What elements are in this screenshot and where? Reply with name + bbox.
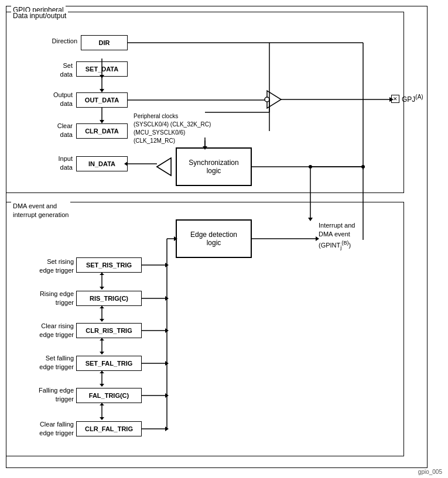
- rising-edge-label: Rising edgetrigger: [12, 290, 74, 308]
- out-data-register: OUT_DATA: [76, 92, 128, 108]
- clr-fal-trig-register: CLR_FAL_TRIG: [76, 421, 142, 436]
- set-falling-label: Set fallingedge trigger: [12, 354, 74, 372]
- set-data-label: Setdata: [35, 61, 73, 80]
- clear-rising-label: Clear risingedge trigger: [12, 322, 74, 340]
- peripheral-clocks-label: Peripheral clocks(SYSCLK0/4) (CLK_32K_RC…: [134, 112, 221, 145]
- set-ris-trig-register: SET_RIS_TRIG: [76, 257, 142, 273]
- input-data-label: Inputdata: [35, 154, 73, 173]
- sync-logic-block: Synchronization logic: [176, 147, 252, 186]
- gpj-label: ✕ GPJ(A): [391, 94, 423, 104]
- clr-data-register: CLR_DATA: [76, 123, 128, 139]
- set-fal-trig-register: SET_FAL_TRIG: [76, 356, 142, 371]
- ris-trig-register: RIS_TRIG(C): [76, 291, 142, 306]
- dir-register: DIR: [81, 35, 128, 50]
- clear-falling-label: Clear fallingedge trigger: [12, 420, 74, 438]
- direction-label: Direction: [35, 37, 77, 44]
- set-data-register: SET_DATA: [76, 61, 128, 77]
- edge-logic-block: Edge detection logic: [176, 219, 252, 258]
- file-id: gpio_005: [418, 469, 442, 475]
- dma-title: DMA event and interrupt generation: [11, 202, 70, 220]
- diagram-wrapper: GPIO peripheral Data input/output DMA ev…: [0, 0, 448, 478]
- falling-edge-label: Falling edgetrigger: [12, 386, 74, 404]
- clear-data-label: Cleardata: [35, 122, 73, 140]
- in-data-register: IN_DATA: [76, 156, 128, 171]
- output-data-label: Outputdata: [35, 91, 73, 109]
- data-io-title: Data input/output: [11, 12, 68, 20]
- clr-ris-trig-register: CLR_RIS_TRIG: [76, 323, 142, 338]
- fal-trig-register: FAL_TRIG(C): [76, 388, 142, 403]
- set-rising-label: Set risingedge trigger: [12, 257, 74, 276]
- interrupt-label: Interrupt andDMA event(GPINTj(B)): [319, 221, 389, 251]
